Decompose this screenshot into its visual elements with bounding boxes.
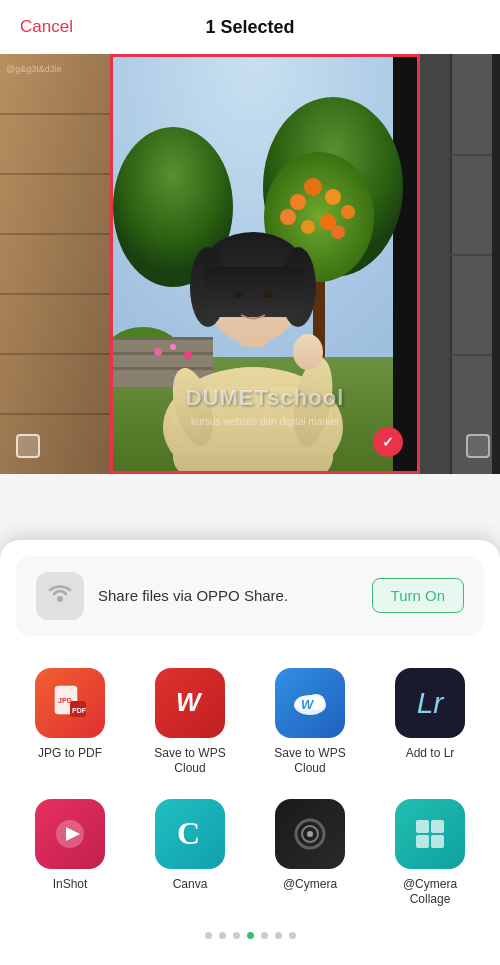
photo-right[interactable] <box>420 54 500 474</box>
photo-right-checkbox[interactable] <box>466 434 490 458</box>
app-icon-inshot <box>35 799 105 869</box>
pagination-dot-1[interactable] <box>219 932 226 939</box>
svg-point-31 <box>293 334 323 370</box>
svg-point-50 <box>57 596 63 602</box>
svg-rect-44 <box>420 54 450 474</box>
app-icon-cymera <box>275 799 345 869</box>
header: Cancel 1 Selected <box>0 0 500 54</box>
pagination-dot-5[interactable] <box>275 932 282 939</box>
svg-point-16 <box>325 189 341 205</box>
svg-point-19 <box>301 220 315 234</box>
svg-point-38 <box>233 292 243 298</box>
svg-point-39 <box>263 292 273 298</box>
app-icon-wps-cloud-2: W <box>275 668 345 738</box>
photo-watermark-sub: kursus website dan digital market <box>191 416 339 427</box>
app-icon-jpg-pdf: JPG PDF <box>35 668 105 738</box>
pagination-dot-6[interactable] <box>289 932 296 939</box>
photo-center[interactable]: DUMETschool kursus website dan digital m… <box>110 54 420 474</box>
photo-watermark: DUMETschool <box>186 385 344 411</box>
svg-rect-47 <box>420 254 500 256</box>
selected-badge <box>373 427 403 457</box>
app-label-cymera: @Cymera <box>283 877 337 893</box>
svg-point-21 <box>331 225 345 239</box>
svg-rect-0 <box>0 54 110 474</box>
app-grid: JPG PDF JPG to PDF W Save to WPS Cloud <box>0 646 500 918</box>
svg-rect-69 <box>416 835 429 848</box>
app-label-lr: Add to Lr <box>406 746 455 762</box>
wifi-share-icon <box>46 579 74 613</box>
app-item-cymera-collage[interactable]: @Cymera Collage <box>370 787 490 918</box>
photo-left[interactable]: @g&g3t&d3le <box>0 54 110 474</box>
svg-point-42 <box>184 351 192 359</box>
svg-text:@g&g3t&d3le: @g&g3t&d3le <box>6 64 62 74</box>
pagination <box>0 918 500 945</box>
svg-point-40 <box>154 348 162 356</box>
app-label-wps-cloud-2: Save to WPS Cloud <box>270 746 350 777</box>
lr-text: Lr <box>417 686 444 720</box>
oppo-share-text: Share files via OPPO Share. <box>98 587 358 604</box>
svg-rect-46 <box>420 154 500 156</box>
app-item-wps-cloud-2[interactable]: W Save to WPS Cloud <box>250 656 370 787</box>
stairs-svg: @g&g3t&d3le <box>0 54 110 474</box>
svg-rect-48 <box>420 354 500 356</box>
svg-rect-45 <box>450 54 452 474</box>
pagination-dot-3[interactable] <box>247 932 254 939</box>
app-label-jpg-pdf: JPG to PDF <box>38 746 102 762</box>
pagination-dot-4[interactable] <box>261 932 268 939</box>
door-svg <box>420 54 500 474</box>
app-item-cymera[interactable]: @Cymera <box>250 787 370 918</box>
pagination-dot-2[interactable] <box>233 932 240 939</box>
app-icon-cymera-collage <box>395 799 465 869</box>
svg-rect-68 <box>431 820 444 833</box>
svg-rect-67 <box>416 820 429 833</box>
app-label-inshot: InShot <box>53 877 88 893</box>
cancel-button[interactable]: Cancel <box>20 17 73 37</box>
app-label-cymera-collage: @Cymera Collage <box>390 877 470 908</box>
app-item-canva[interactable]: C Canva <box>130 787 250 918</box>
svg-rect-26 <box>113 367 213 370</box>
app-label-wps-cloud-1: Save to WPS Cloud <box>150 746 230 777</box>
svg-rect-25 <box>113 352 213 355</box>
svg-point-20 <box>280 209 296 225</box>
svg-point-17 <box>341 205 355 219</box>
svg-rect-24 <box>113 337 213 340</box>
photo-strip: @g&g3t&d3le <box>0 54 500 474</box>
app-item-lr[interactable]: Lr Add to Lr <box>370 656 490 787</box>
svg-point-41 <box>170 344 176 350</box>
app-item-jpg-pdf[interactable]: JPG PDF JPG to PDF <box>10 656 130 787</box>
bottom-sheet: Share files via OPPO Share. Turn On JPG … <box>0 540 500 965</box>
oppo-share-icon-wrap <box>36 572 84 620</box>
svg-text:C: C <box>177 815 200 851</box>
app-item-wps-cloud-1[interactable]: W Save to WPS Cloud <box>130 656 250 787</box>
photo-left-checkbox[interactable] <box>16 434 40 458</box>
header-title: 1 Selected <box>205 17 294 38</box>
app-item-inshot[interactable]: InShot <box>10 787 130 918</box>
svg-text:W: W <box>176 687 203 717</box>
svg-point-15 <box>304 178 322 196</box>
svg-text:W: W <box>301 697 315 712</box>
app-icon-canva: C <box>155 799 225 869</box>
app-icon-lr: Lr <box>395 668 465 738</box>
svg-text:PDF: PDF <box>72 707 87 714</box>
turn-on-button[interactable]: Turn On <box>372 578 464 613</box>
pagination-dot-0[interactable] <box>205 932 212 939</box>
svg-rect-37 <box>203 267 303 317</box>
svg-rect-70 <box>431 835 444 848</box>
app-icon-wps-cloud-1: W <box>155 668 225 738</box>
svg-point-14 <box>290 194 306 210</box>
oppo-share-row: Share files via OPPO Share. Turn On <box>16 556 484 636</box>
svg-rect-49 <box>492 54 500 474</box>
app-label-canva: Canva <box>173 877 208 893</box>
svg-point-66 <box>307 831 313 837</box>
